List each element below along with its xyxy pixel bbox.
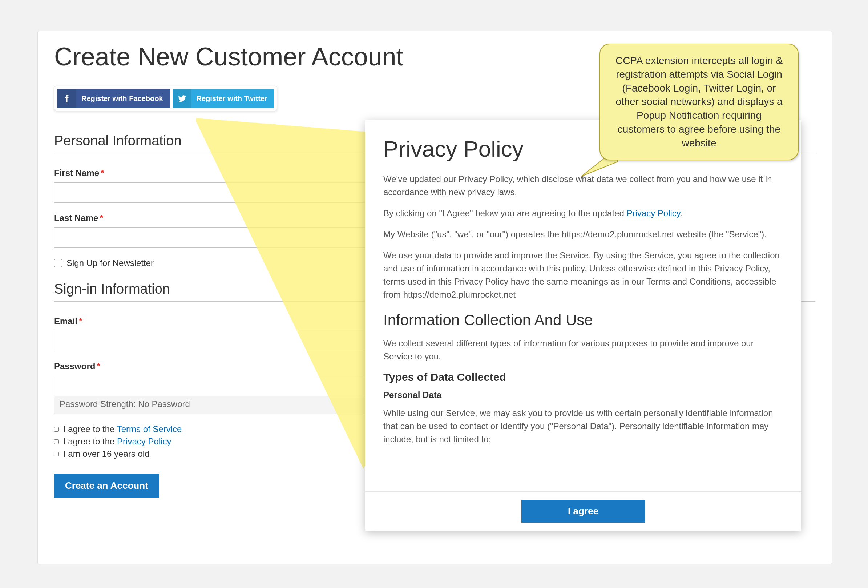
agree-pp-label: I agree to the Privacy Policy [63, 436, 171, 447]
social-login-group: Register with Facebook Register with Twi… [54, 86, 277, 111]
popup-para-4: We use your data to provide and improve … [383, 249, 783, 301]
popup-footer: I agree [365, 491, 801, 530]
popup-para-3: My Website ("us", "we", or "our") operat… [383, 228, 783, 241]
popup-h2-info-collection: Information Collection And Use [383, 312, 783, 329]
popup-h4-personal: Personal Data [383, 390, 783, 400]
register-facebook-button[interactable]: Register with Facebook [58, 89, 170, 108]
create-account-button[interactable]: Create an Account [54, 474, 159, 498]
tos-link[interactable]: Terms of Service [117, 424, 182, 434]
popup-para-2: By clicking on "I Agree" below you are a… [383, 207, 783, 220]
newsletter-checkbox[interactable] [54, 259, 62, 267]
popup-para-6: While using our Service, we may ask you … [383, 407, 783, 446]
agree-pp-checkbox[interactable] [54, 439, 59, 444]
annotation-callout: CCPA extension intercepts all login & re… [599, 44, 799, 160]
i-agree-button[interactable]: I agree [521, 500, 645, 523]
agree-tos-checkbox[interactable] [54, 427, 59, 432]
newsletter-label: Sign Up for Newsletter [66, 258, 154, 268]
popup-privacy-link[interactable]: Privacy Policy [626, 208, 680, 218]
popup-h3-types: Types of Data Collected [383, 371, 783, 383]
register-twitter-button[interactable]: Register with Twitter [173, 89, 274, 108]
agree-age-label: I am over 16 years old [63, 449, 149, 459]
agree-age-checkbox[interactable] [54, 452, 59, 457]
twitter-icon [173, 89, 192, 108]
facebook-button-label: Register with Facebook [81, 95, 163, 103]
popup-para-5: We collect several different types of in… [383, 337, 783, 363]
pp-link[interactable]: Privacy Policy [117, 436, 171, 446]
agree-tos-label: I agree to the Terms of Service [63, 424, 182, 434]
facebook-icon [58, 89, 76, 108]
twitter-button-label: Register with Twitter [196, 95, 267, 103]
